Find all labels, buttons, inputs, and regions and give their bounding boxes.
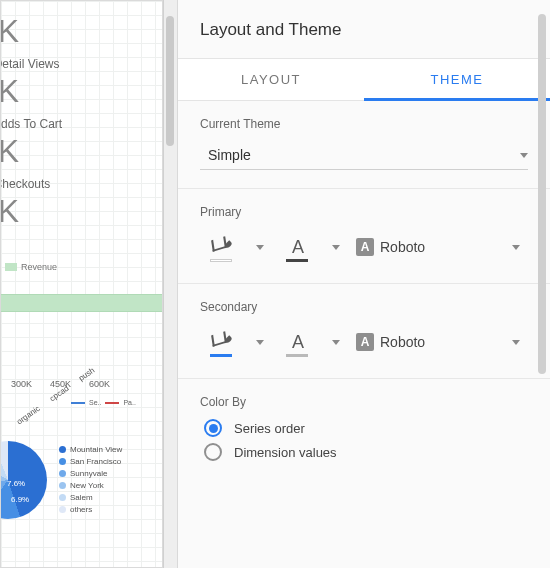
secondary-font-select[interactable]: ARoboto	[352, 329, 528, 355]
color-swatch	[286, 259, 308, 262]
line-legend: Se.. Pa..	[71, 399, 136, 406]
primary-style-section: Primary A ARoboto	[178, 189, 550, 284]
color-swatch	[210, 259, 232, 262]
legend-label: others	[70, 505, 92, 514]
secondary-style-section: Secondary A ARoboto	[178, 284, 550, 379]
kpi-label: ct Detail Views	[0, 57, 161, 71]
font-icon: A	[356, 238, 374, 256]
color-by-series-radio[interactable]: Series order	[204, 419, 528, 437]
section-label: Current Theme	[200, 117, 528, 131]
legend-label: Sunnyvale	[70, 469, 107, 478]
primary-text-color-button[interactable]: A	[276, 229, 320, 265]
kpi-value: 9K	[0, 73, 161, 110]
kpi-value: 2K	[0, 13, 161, 50]
radio-icon	[204, 443, 222, 461]
kpi-value: 4K	[0, 133, 161, 170]
secondary-fill-dropdown[interactable]	[246, 324, 274, 360]
tab-layout[interactable]: LAYOUT	[178, 59, 364, 100]
theme-select[interactable]: Simple	[200, 141, 528, 170]
primary-font-select[interactable]: ARoboto	[352, 234, 528, 260]
color-swatch	[210, 354, 232, 357]
chevron-down-icon	[512, 340, 520, 345]
kpi-label: ct Checkouts	[0, 177, 161, 191]
chevron-down-icon	[332, 245, 340, 250]
chevron-down-icon	[520, 153, 528, 158]
axis-tick: 600K	[89, 379, 110, 389]
current-theme-section: Current Theme Simple	[178, 101, 550, 189]
text-color-icon: A	[292, 332, 304, 353]
radio-icon	[204, 419, 222, 437]
bar-category: organic	[15, 404, 42, 426]
color-swatch	[286, 354, 308, 357]
legend-swatch	[5, 263, 17, 271]
pie-slice-label: 7.6%	[7, 479, 25, 488]
legend-item: New York	[59, 481, 122, 490]
report-canvas-area: ons 2K ct Detail Views 9K ct Adds To Car…	[0, 0, 177, 568]
primary-text-dropdown[interactable]	[322, 229, 350, 265]
kpi-label: ct Adds To Cart	[0, 117, 161, 131]
panel-title: Layout and Theme	[178, 0, 550, 58]
report-canvas[interactable]: ons 2K ct Detail Views 9K ct Adds To Car…	[0, 0, 163, 568]
kpi-card[interactable]: ct Checkouts 5K	[0, 177, 161, 230]
font-name: Roboto	[380, 239, 425, 255]
kpi-card[interactable]: ct Adds To Cart 4K	[0, 117, 161, 170]
kpi-label: ons	[0, 0, 161, 11]
legend-item: others	[59, 505, 122, 514]
revenue-legend: Revenue	[5, 262, 57, 272]
font-icon: A	[356, 333, 374, 351]
radio-label: Dimension values	[234, 445, 337, 460]
legend-label: San Francisco	[70, 457, 121, 466]
radio-label: Series order	[234, 421, 305, 436]
legend-dot-icon	[59, 482, 66, 489]
legend-item: San Francisco	[59, 457, 122, 466]
kpi-card[interactable]: ons 2K	[0, 0, 161, 50]
secondary-text-color-button[interactable]: A	[276, 324, 320, 360]
section-label: Secondary	[200, 300, 528, 314]
axis-tick: 300K	[11, 379, 32, 389]
chevron-down-icon	[256, 340, 264, 345]
paint-bucket-icon	[212, 333, 232, 351]
text-color-icon: A	[292, 237, 304, 258]
legend-dot-icon	[59, 470, 66, 477]
revenue-bar-chart[interactable]	[0, 294, 163, 312]
secondary-text-dropdown[interactable]	[322, 324, 350, 360]
legend-dot-icon	[59, 458, 66, 465]
section-label: Primary	[200, 205, 528, 219]
color-by-dimension-radio[interactable]: Dimension values	[204, 443, 528, 461]
font-name: Roboto	[380, 334, 425, 350]
legend-item: Mountain View	[59, 445, 122, 454]
section-label: Color By	[200, 395, 528, 409]
chevron-down-icon	[332, 340, 340, 345]
chevron-down-icon	[512, 245, 520, 250]
pie-slice-label: 6.9%	[11, 495, 29, 504]
color-by-section: Color By Series order Dimension values	[178, 379, 550, 485]
legend-label: Pa..	[123, 399, 135, 406]
legend-dot-icon	[59, 506, 66, 513]
scrollbar-thumb[interactable]	[538, 14, 546, 374]
layout-theme-panel: Layout and Theme LAYOUT THEME Current Th…	[177, 0, 550, 568]
scrollbar-thumb[interactable]	[166, 16, 174, 146]
legend-line-icon	[71, 402, 85, 404]
legend-line-icon	[105, 402, 119, 404]
kpi-value: 5K	[0, 193, 161, 230]
panel-tabs: LAYOUT THEME	[178, 58, 550, 101]
legend-dot-icon	[59, 446, 66, 453]
theme-value: Simple	[208, 147, 251, 163]
legend-item: Salem	[59, 493, 122, 502]
kpi-card[interactable]: ct Detail Views 9K	[0, 57, 161, 110]
chevron-down-icon	[256, 245, 264, 250]
secondary-fill-color-button[interactable]	[200, 324, 244, 360]
legend-label: New York	[70, 481, 104, 490]
primary-fill-color-button[interactable]	[200, 229, 244, 265]
tab-theme[interactable]: THEME	[364, 59, 550, 101]
paint-bucket-icon	[212, 238, 232, 256]
legend-label: Se..	[89, 399, 101, 406]
legend-dot-icon	[59, 494, 66, 501]
primary-fill-dropdown[interactable]	[246, 229, 274, 265]
legend-item: Sunnyvale	[59, 469, 122, 478]
legend-label: Revenue	[21, 262, 57, 272]
city-legend: Mountain View San Francisco Sunnyvale Ne…	[59, 445, 122, 517]
legend-label: Mountain View	[70, 445, 122, 454]
bar-categories: organic cpcad push	[15, 361, 103, 426]
legend-label: Salem	[70, 493, 93, 502]
